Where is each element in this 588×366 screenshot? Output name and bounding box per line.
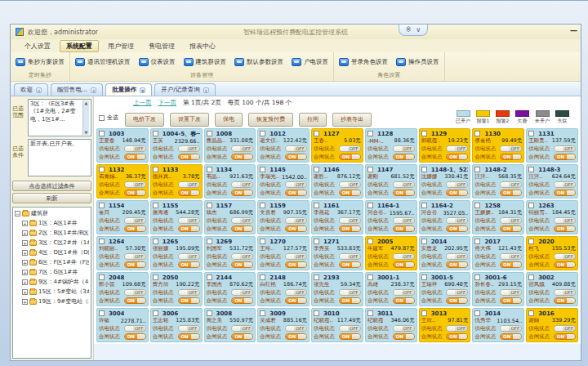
card-checkbox[interactable]: [528, 203, 534, 208]
supply-toggle[interactable]: OFF: [178, 253, 200, 260]
card-checkbox[interactable]: [528, 310, 534, 316]
supply-toggle[interactable]: OFF: [446, 145, 468, 152]
card-checkbox[interactable]: [207, 310, 212, 316]
card-checkbox[interactable]: [368, 203, 373, 208]
card-checkbox[interactable]: [528, 167, 534, 172]
supply-toggle[interactable]: OFF: [178, 145, 200, 152]
supply-toggle[interactable]: OFF: [285, 217, 307, 224]
action-button[interactable]: 设置下发: [170, 113, 209, 127]
meter-card[interactable]: 1008曹晶晶..331.08元供电状态OFF合闸状态ON: [204, 128, 256, 163]
card-checkbox[interactable]: [314, 310, 319, 316]
card-checkbox[interactable]: [99, 167, 105, 172]
next-page-link[interactable]: 下一页: [158, 99, 177, 107]
supply-toggle[interactable]: OFF: [231, 289, 253, 296]
close-icon[interactable]: x: [36, 87, 42, 93]
ribbon-button[interactable]: 建筑群设置: [184, 58, 227, 66]
meter-card[interactable]: 2144李国杰870.62元供电状态OFF合闸状态ON: [204, 272, 256, 306]
card-checkbox[interactable]: [368, 131, 373, 136]
tree-item[interactable]: +2区：B区1#井/B区1#: [15, 229, 89, 237]
meter-card[interactable]: 1258王媛媛..184.31元供电状态OFF合闸状态ON: [472, 200, 524, 234]
meter-card[interactable]: 3011纪晓霞346.06元供电状态OFF合闸状态ON: [365, 308, 417, 342]
meter-card[interactable]: 1148-2汪洋..568.35元供电状态OFF合闸状态ON: [472, 164, 524, 199]
menu-item[interactable]: 售电管理: [143, 41, 180, 51]
breaker-toggle[interactable]: ON: [446, 261, 468, 268]
tree-item[interactable]: +7区：G区1#井: [15, 268, 89, 276]
card-checkbox[interactable]: [314, 274, 319, 280]
meter-card[interactable]: 3001-5王瑞祥690.48元供电状态OFF合闸状态ON: [419, 272, 471, 306]
card-checkbox[interactable]: [207, 274, 212, 280]
menu-item[interactable]: 报表中心: [184, 41, 221, 51]
breaker-toggle[interactable]: ON: [554, 154, 576, 160]
card-checkbox[interactable]: [368, 167, 373, 172]
supply-toggle[interactable]: OFF: [500, 145, 522, 152]
meter-card[interactable]: 1265张丽娜195.09元供电状态OFF合闸状态ON: [150, 236, 203, 270]
breaker-toggle[interactable]: ON: [124, 154, 146, 160]
supply-toggle[interactable]: OFF: [393, 217, 415, 224]
supply-toggle[interactable]: OFF: [500, 289, 522, 296]
card-checkbox[interactable]: [260, 203, 265, 208]
card-checkbox[interactable]: [207, 239, 212, 244]
breaker-toggle[interactable]: ON: [124, 333, 146, 340]
window-controls[interactable]: ※ ∨: [399, 25, 429, 36]
meter-card[interactable]: 3010纪晓霞..117.49元供电状态OFF合闸状态ON: [311, 308, 363, 342]
close-icon[interactable]: x: [203, 87, 209, 93]
meter-card[interactable]: 3001-1高雄238.37元供电状态OFF合闸状态ON: [365, 272, 417, 306]
breaker-toggle[interactable]: ON: [231, 190, 253, 196]
breaker-toggle[interactable]: ON: [339, 154, 361, 160]
breaker-toggle[interactable]: ON: [285, 154, 307, 160]
meter-card[interactable]: 2050费方欣190.22元供电状态OFF合闸状态ON: [150, 272, 203, 306]
meter-card[interactable]: 3013王欣..97.81元供电状态OFF合闸状态ON: [419, 308, 471, 342]
supply-toggle[interactable]: OFF: [554, 325, 576, 332]
close-icon[interactable]: x: [91, 87, 96, 93]
card-checkbox[interactable]: [421, 239, 427, 244]
breaker-toggle[interactable]: ON: [393, 261, 415, 268]
ribbon-button[interactable]: 登录角色设置: [339, 58, 388, 66]
breaker-toggle[interactable]: ON: [554, 297, 576, 304]
breaker-toggle[interactable]: ON: [339, 190, 361, 196]
breaker-toggle[interactable]: ON: [178, 225, 200, 232]
breaker-toggle[interactable]: ON: [554, 261, 576, 268]
breaker-toggle[interactable]: ON: [554, 225, 576, 232]
tree-item[interactable]: +15区：5#变站（3#变: [15, 288, 89, 296]
breaker-toggle[interactable]: ON: [178, 333, 200, 340]
breaker-toggle[interactable]: ON: [500, 154, 522, 160]
supply-toggle[interactable]: OFF: [178, 289, 200, 296]
card-checkbox[interactable]: [474, 167, 480, 172]
supply-toggle[interactable]: OFF: [339, 181, 361, 188]
card-checkbox[interactable]: [99, 310, 105, 316]
tree-item[interactable]: +1区：A区1#井: [15, 219, 89, 227]
supply-toggle[interactable]: OFF: [124, 145, 146, 152]
meter-card[interactable]: 1004-5、春一王英2329.66..供电状态OFF合闸状态ON: [150, 128, 203, 163]
meter-card[interactable]: 3006王志铭125.83元供电状态OFF合闸状态ON: [150, 308, 203, 342]
breaker-toggle[interactable]: ON: [231, 154, 253, 160]
supply-toggle[interactable]: OFF: [339, 289, 361, 296]
supply-toggle[interactable]: OFF: [231, 181, 253, 188]
breaker-toggle[interactable]: ON: [178, 190, 200, 196]
card-checkbox[interactable]: [474, 310, 480, 316]
meter-card[interactable]: 1003王爱春148.94元供电状态OFF合闸状态ON: [96, 128, 149, 163]
card-checkbox[interactable]: [99, 274, 105, 280]
breaker-toggle[interactable]: ON: [231, 297, 253, 304]
expand-expander-icon[interactable]: +: [22, 260, 28, 266]
supply-toggle[interactable]: OFF: [339, 253, 361, 260]
meter-card[interactable]: 1161李燕花367.17元供电状态OFF合闸状态ON: [311, 200, 363, 234]
supply-toggle[interactable]: OFF: [446, 181, 468, 188]
minimize-icon[interactable]: —: [570, 26, 577, 34]
breaker-toggle[interactable]: ON: [446, 225, 468, 232]
action-button[interactable]: 恢复预付费: [248, 113, 293, 127]
supply-toggle[interactable]: OFF: [339, 217, 361, 224]
breaker-toggle[interactable]: ON: [124, 225, 146, 232]
selected-condition-listbox[interactable]: 新开表,已开户表,: [28, 139, 91, 176]
breaker-toggle[interactable]: ON: [500, 261, 522, 268]
menu-item[interactable]: 个人设置: [19, 41, 56, 51]
supply-toggle[interactable]: OFF: [231, 217, 253, 224]
action-button[interactable]: 抄表导出: [332, 113, 372, 127]
meter-card[interactable]: 1127王春..5.03元供电状态OFF合闸状态ON: [311, 128, 363, 163]
breaker-toggle[interactable]: ON: [285, 333, 307, 340]
card-checkbox[interactable]: [368, 239, 373, 244]
breaker-toggle[interactable]: ON: [285, 225, 307, 232]
breaker-toggle[interactable]: ON: [446, 154, 468, 160]
ribbon-button[interactable]: 户电设置: [292, 58, 328, 66]
meter-card[interactable]: 2193张先生59.34元供电状态OFF合闸状态ON: [311, 272, 363, 306]
breaker-toggle[interactable]: ON: [339, 261, 361, 268]
